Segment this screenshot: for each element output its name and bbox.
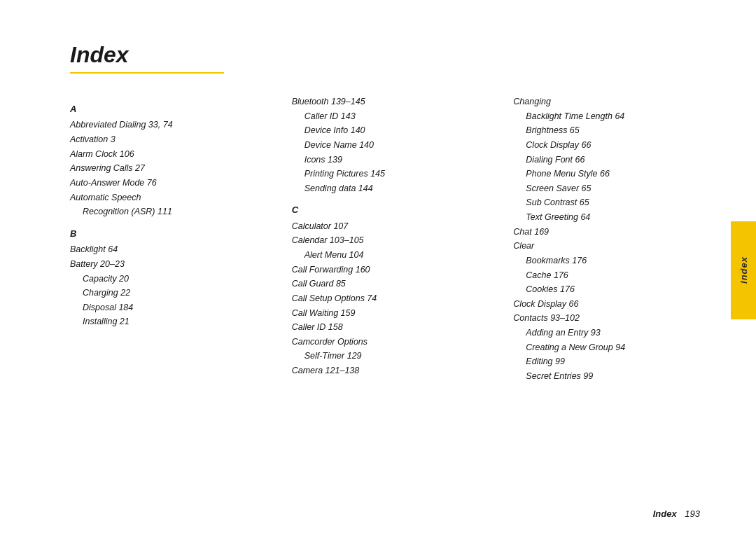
list-item: Printing Pictures 145: [292, 167, 493, 181]
footer: Index 193: [653, 508, 700, 519]
list-item: Backlight Time Length 64: [513, 109, 714, 124]
list-item: Screen Saver 65: [513, 181, 714, 196]
list-item: Activation 3: [70, 132, 271, 147]
list-item: Brightness 65: [513, 123, 714, 138]
list-item: Calendar 103–105: [292, 233, 493, 248]
title-divider: [70, 72, 224, 74]
footer-page: 193: [685, 508, 700, 519]
list-item: Installing 21: [70, 314, 271, 329]
side-tab: Index: [731, 221, 756, 319]
content-area: Index A Abbreviated Dialing 33, 74 Activ…: [0, 0, 756, 540]
list-item: Sub Contrast 65: [513, 195, 714, 210]
list-item: Abbreviated Dialing 33, 74: [70, 118, 271, 132]
list-item: Call Waiting 159: [292, 306, 493, 321]
list-item: Disposal 184: [70, 300, 271, 315]
list-item: Capacity 20: [70, 272, 271, 286]
list-item: Alarm Clock 106: [70, 147, 271, 162]
list-item: Chat 169: [513, 225, 714, 240]
list-item: Bluetooth 139–145: [292, 95, 493, 109]
list-item: Dialing Font 66: [513, 153, 714, 167]
list-item: Device Name 140: [292, 138, 493, 153]
list-item: Cookies 176: [513, 282, 714, 297]
list-item: Editing 99: [513, 354, 714, 369]
list-item: Changing: [513, 95, 714, 109]
list-item: Clear: [513, 239, 714, 254]
list-item: Call Setup Options 74: [292, 291, 493, 306]
footer-label: Index: [653, 508, 677, 519]
list-item: Call Guard 85: [292, 277, 493, 291]
list-item: Bookmarks 176: [513, 254, 714, 268]
list-item: Cache 176: [513, 268, 714, 283]
list-item: Sending data 144: [292, 181, 493, 196]
index-columns: A Abbreviated Dialing 33, 74 Activation …: [70, 95, 714, 384]
list-item: Secret Entries 99: [513, 369, 714, 384]
list-item: Self-Timer 129: [292, 349, 493, 364]
list-item: Backlight 64: [70, 242, 271, 257]
list-item: Caller ID 158: [292, 320, 493, 335]
list-item: Creating a New Group 94: [513, 340, 714, 355]
list-item: Caller ID 143: [292, 109, 493, 124]
list-item: Phone Menu Style 66: [513, 167, 714, 181]
list-item: Text Greeting 64: [513, 210, 714, 225]
letter-a: A: [70, 102, 271, 116]
letter-c: C: [292, 202, 493, 217]
list-item: Battery 20–23: [70, 257, 271, 272]
list-item: Icons 139: [292, 153, 493, 167]
list-item: Call Forwarding 160: [292, 263, 493, 277]
list-item: Alert Menu 104: [292, 248, 493, 263]
column-2: Bluetooth 139–145 Caller ID 143 Device I…: [285, 95, 507, 378]
column-1: A Abbreviated Dialing 33, 74 Activation …: [70, 95, 285, 329]
page-title: Index: [70, 42, 714, 68]
list-item: Clock Display 66: [513, 297, 714, 312]
page: Index A Abbreviated Dialing 33, 74 Activ…: [0, 0, 756, 540]
list-item: Automatic Speech: [70, 191, 271, 205]
list-item: Adding an Entry 93: [513, 326, 714, 340]
side-tab-label: Index: [738, 256, 749, 284]
letter-b: B: [70, 226, 271, 241]
list-item: Answering Calls 27: [70, 161, 271, 176]
list-item: Recognition (ASR) 111: [70, 205, 271, 219]
column-3: Changing Backlight Time Length 64 Bright…: [506, 95, 714, 384]
list-item: Clock Display 66: [513, 138, 714, 153]
list-item: Camera 121–138: [292, 364, 493, 378]
list-item: Camcorder Options: [292, 335, 493, 349]
list-item: Auto-Answer Mode 76: [70, 176, 271, 191]
list-item: Contacts 93–102: [513, 311, 714, 326]
list-item: Calculator 107: [292, 219, 493, 234]
list-item: Charging 22: [70, 286, 271, 300]
list-item: Device Info 140: [292, 123, 493, 138]
